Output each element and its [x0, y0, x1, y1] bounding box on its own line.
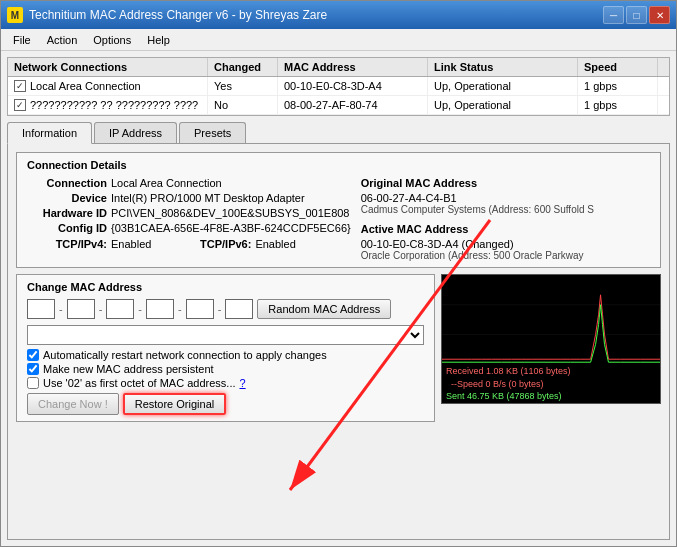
main-content: Network Connections Changed MAC Address …: [1, 51, 676, 546]
maximize-button[interactable]: □: [626, 6, 647, 24]
mac-input-row: - - - - - Random MAC Address: [27, 299, 424, 319]
connection-details-title: Connection Details: [27, 159, 650, 171]
change-now-button[interactable]: Change Now !: [27, 393, 119, 415]
row1-speed: 1 gbps: [578, 77, 658, 95]
label-connection: Connection: [27, 177, 107, 189]
value-hwid: PCI\VEN_8086&DEV_100E&SUBSYS_001E808: [111, 207, 351, 219]
detail-hwid: Hardware ID PCI\VEN_8086&DEV_100E&SUBSYS…: [27, 207, 351, 219]
title-buttons: ─ □ ✕: [603, 6, 670, 24]
row1-changed: Yes: [208, 77, 278, 95]
received-speed: 0 B/s (0 bytes): [486, 379, 544, 389]
menu-options[interactable]: Options: [85, 32, 139, 48]
mac-select[interactable]: [27, 325, 424, 345]
change-mac-box: Change MAC Address - - - -: [16, 274, 435, 422]
dash3: -: [138, 303, 142, 315]
row2-speed: 1 gbps: [578, 96, 658, 114]
details-right: Original MAC Address 06-00-27-A4-C4-B1 C…: [361, 177, 650, 261]
row2-mac: 08-00-27-AF-80-74: [278, 96, 428, 114]
mac-seg-4[interactable]: [146, 299, 174, 319]
tab-information[interactable]: Information: [7, 122, 92, 144]
label-tcpipv6: TCP/IPv6:: [171, 238, 251, 250]
random-mac-button[interactable]: Random MAC Address: [257, 299, 391, 319]
graph-svg: [442, 275, 660, 364]
mac-seg-2[interactable]: [67, 299, 95, 319]
dash4: -: [178, 303, 182, 315]
value-tcpipv4: Enabled: [111, 238, 151, 250]
mac-seg-6[interactable]: [225, 299, 253, 319]
detail-configid: Config ID {03B1CAEA-656E-4F8E-A3BF-624CC…: [27, 222, 351, 234]
sent-speed-stat: --Speed 262 B/s (262 bytes): [446, 403, 656, 404]
received-speed-stat: --Speed 0 B/s (0 bytes): [446, 378, 656, 391]
minimize-button[interactable]: ─: [603, 6, 624, 24]
restore-original-button[interactable]: Restore Original: [123, 393, 226, 415]
value-configid: {03B1CAEA-656E-4F8E-A3BF-624CCDF5EC66}: [111, 222, 351, 234]
details-left: Connection Local Area Connection Device …: [27, 177, 351, 261]
row2-changed: No: [208, 96, 278, 114]
mac-seg-3[interactable]: [106, 299, 134, 319]
menu-action[interactable]: Action: [39, 32, 86, 48]
mac-seg-1[interactable]: [27, 299, 55, 319]
col-mac: MAC Address: [278, 58, 428, 76]
graph-stats: Received 1.08 KB (1106 bytes) --Speed 0 …: [442, 363, 660, 403]
dash1: -: [59, 303, 63, 315]
row1-checkbox[interactable]: ✓: [14, 80, 26, 92]
close-button[interactable]: ✕: [649, 6, 670, 24]
tab-presets[interactable]: Presets: [179, 122, 246, 143]
bottom-row: Change MAC Address - - - -: [16, 274, 661, 422]
value-device: Intel(R) PRO/1000 MT Desktop Adapter: [111, 192, 351, 204]
table-row[interactable]: ✓ Local Area Connection Yes 00-10-E0-C8-…: [8, 77, 669, 96]
row2-status: Up, Operational: [428, 96, 578, 114]
label-hwid: Hardware ID: [27, 207, 107, 219]
checkbox-auto-restart-label: Automatically restart network connection…: [43, 349, 327, 361]
tab-content: Connection Details Connection Local Area…: [7, 144, 670, 540]
row2-checkbox[interactable]: ✓: [14, 99, 26, 111]
detail-device: Device Intel(R) PRO/1000 MT Desktop Adap…: [27, 192, 351, 204]
app-icon: M: [7, 7, 23, 23]
dash5: -: [218, 303, 222, 315]
window-title: Technitium MAC Address Changer v6 - by S…: [29, 8, 327, 22]
table-header: Network Connections Changed MAC Address …: [8, 58, 669, 77]
col-network: Network Connections: [8, 58, 208, 76]
details-layout: Connection Local Area Connection Device …: [27, 177, 650, 261]
received-value: 1.08 KB (1106 bytes): [486, 366, 571, 376]
bottom-buttons: Change Now ! Restore Original: [27, 393, 424, 415]
checkbox-02-octet: Use '02' as first octet of MAC address..…: [27, 377, 424, 389]
row1-name: ✓ Local Area Connection: [8, 77, 208, 95]
row1-status: Up, Operational: [428, 77, 578, 95]
network-table: Network Connections Changed MAC Address …: [7, 57, 670, 116]
row1-mac: 00-10-E0-C8-3D-A4: [278, 77, 428, 95]
checkbox-persistent-input[interactable]: [27, 363, 39, 375]
label-tcpipv4: TCP/IPv4:: [27, 238, 107, 250]
active-mac-title: Active MAC Address: [361, 223, 650, 235]
original-mac-title: Original MAC Address: [361, 177, 650, 189]
table-row[interactable]: ✓ ??????????? ?? ????????? ???? No 08-00…: [8, 96, 669, 115]
help-link[interactable]: ?: [240, 377, 246, 389]
change-mac-section: Change MAC Address - - - -: [16, 274, 435, 422]
sent-stat: Sent 46.75 KB (47868 bytes): [446, 390, 656, 403]
tcp-row: TCP/IPv4: Enabled TCP/IPv6: Enabled: [27, 238, 351, 253]
network-graph: Received 1.08 KB (1106 bytes) --Speed 0 …: [441, 274, 661, 404]
active-mac-value: 00-10-E0-C8-3D-A4 (Changed): [361, 238, 650, 250]
checkbox-auto-restart: Automatically restart network connection…: [27, 349, 424, 361]
value-tcpipv6: Enabled: [255, 238, 295, 250]
menu-file[interactable]: File: [5, 32, 39, 48]
mac-seg-5[interactable]: [186, 299, 214, 319]
row2-name: ✓ ??????????? ?? ????????? ????: [8, 96, 208, 114]
change-mac-title: Change MAC Address: [27, 281, 424, 293]
tab-section: Information IP Address Presets Connectio…: [7, 122, 670, 540]
active-mac-org: Oracle Corporation (Address: 500 Oracle …: [361, 250, 650, 261]
label-configid: Config ID: [27, 222, 107, 234]
menu-help[interactable]: Help: [139, 32, 178, 48]
checkbox-persistent-label: Make new MAC address persistent: [43, 363, 214, 375]
sent-value: 46.75 KB (47868 bytes): [467, 391, 562, 401]
detail-tcpipv4: TCP/IPv4: Enabled: [27, 238, 151, 250]
mac-select-row: [27, 325, 424, 345]
checkbox-auto-restart-input[interactable]: [27, 349, 39, 361]
value-connection: Local Area Connection: [111, 177, 351, 189]
original-mac-value: 06-00-27-A4-C4-B1: [361, 192, 650, 204]
title-bar: M Technitium MAC Address Changer v6 - by…: [1, 1, 676, 29]
detail-tcpipv6: TCP/IPv6: Enabled: [171, 238, 295, 250]
tab-ip-address[interactable]: IP Address: [94, 122, 177, 143]
checkbox-02-octet-input[interactable]: [27, 377, 39, 389]
checkbox-02-octet-label: Use '02' as first octet of MAC address..…: [43, 377, 236, 389]
